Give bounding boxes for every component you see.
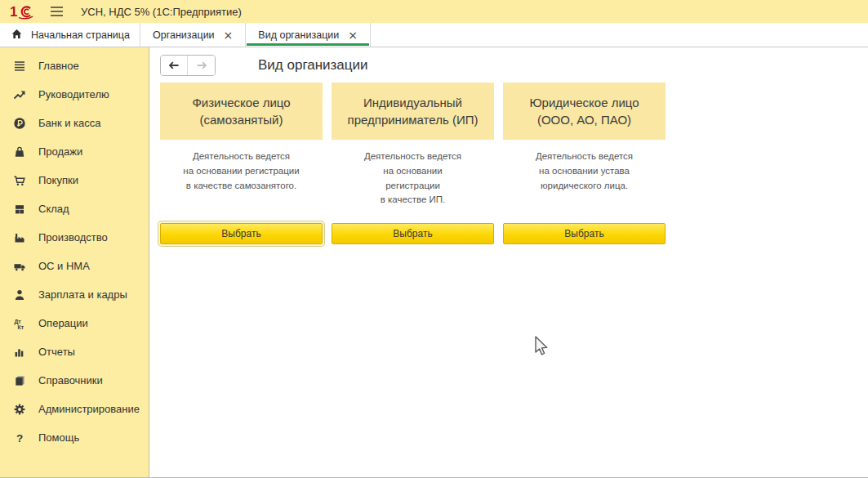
card-header: Юридическое лицо (ООО, АО, ПАО) [503,83,665,140]
gear-icon [12,402,27,417]
person-icon [12,288,27,302]
sidebar-item-label: Справочники [38,374,103,386]
arrow-right-icon [195,59,208,72]
history-nav-group [160,55,216,76]
tab-home-page[interactable]: Начальная страница [0,23,140,47]
sidebar-item-label: ОС и НМА [38,260,90,272]
sidebar-item-rukovoditelyu[interactable]: Руководителю [0,80,149,109]
card-header: Физическое лицо (самозанятый) [160,83,323,140]
boxes-icon [12,202,27,217]
sidebar-item-label: Помощь [38,431,79,444]
trend-up-icon [12,87,27,102]
sidebar-item-label: Продажи [38,145,82,158]
factory-icon [12,230,27,245]
close-icon[interactable]: × [348,29,358,41]
sidebar-item-prodazhi[interactable]: Продажи [0,137,149,166]
page-title: Вид организации [258,57,368,74]
sidebar-item-label: Операции [38,317,88,329]
tab-vid-organizacii[interactable]: Вид организации × [246,23,371,47]
sidebar-item-label: Склад [38,203,69,215]
title-bar: 1 УСН, НДС 5% (1С:Предприятие) [0,0,868,23]
card-header: Индивидуальный предприниматель (ИП) [332,83,494,140]
sidebar-item-spravochniki[interactable]: Справочники [0,366,149,395]
active-tab-underline [247,43,369,46]
sidebar-item-zarplata-i-kadry[interactable]: Зарплата и кадры [0,280,149,309]
sidebar-item-operacii[interactable]: Дт Кт Операции [0,309,149,337]
card-description: Деятельность ведется на основании устава… [503,150,665,223]
home-icon [11,28,23,42]
svg-text:Кт: Кт [18,324,24,329]
tab-organizacii[interactable]: Организации × [140,23,246,47]
organization-type-cards: Физическое лицо (самозанятый) Деятельнос… [160,83,868,244]
books-icon [12,373,27,388]
close-icon[interactable]: × [224,29,234,41]
menu-lines-icon [12,59,27,74]
sidebar-item-label: Руководителю [38,88,109,101]
window-title: УСН, НДС 5% (1С:Предприятие) [81,6,242,18]
ruble-circle-icon [12,116,27,131]
tab-label: Вид организации [258,29,339,41]
sidebar-item-sklad[interactable]: Склад [0,194,149,223]
debit-credit-icon: Дт Кт [12,316,27,331]
card-yuridicheskoe-lico: Юридическое лицо (ООО, АО, ПАО) Деятельн… [503,83,665,244]
sidebar-item-os-i-nma[interactable]: ОС и НМА [0,252,149,280]
main-menu-icon[interactable] [49,5,65,18]
sidebar-item-pomosch[interactable]: ? Помощь [0,423,149,452]
sidebar-item-administrirovanie[interactable]: Администрирование [0,395,149,423]
shopping-bag-icon [12,145,27,159]
1c-logo-icon: 1 [10,3,34,20]
app-window: 1 УСН, НДС 5% (1С:Предприятие) Начальная [0,0,868,478]
sidebar-item-bank-i-kassa[interactable]: Банк и касса [0,109,149,137]
sidebar-item-label: Покупки [38,174,78,186]
sidebar-item-label: Банк и касса [38,117,101,129]
sidebar-item-glavnoe[interactable]: Главное [0,51,149,80]
sidebar-item-label: Производство [38,231,108,243]
main-content: Вид организации Физическое лицо (самозан… [149,47,868,477]
svg-text:1: 1 [10,4,17,20]
card-description: Деятельность ведется на основании регист… [160,150,323,223]
sidebar-item-label: Зарплата и кадры [38,288,127,301]
select-button-fizicheskoe-lico[interactable]: Выбрать [160,223,323,244]
sidebar-item-proizvodstvo[interactable]: Производство [0,223,149,252]
shopping-cart-icon [12,173,27,188]
bar-chart-icon [12,345,27,360]
sidebar-item-label: Администрирование [38,403,140,415]
sidebar-item-label: Главное [38,60,79,72]
svg-text:?: ? [16,432,23,444]
tab-label: Организации [153,29,215,41]
card-description: Деятельность ведется на основании регист… [332,150,494,223]
card-fizicheskoe-lico: Физическое лицо (самозанятый) Деятельнос… [160,83,323,244]
sidebar-item-label: Отчеты [38,346,75,358]
tab-bar: Начальная страница Организации × Вид орг… [0,23,868,47]
arrow-left-icon [167,59,180,72]
card-individualny-predprinimatel: Индивидуальный предприниматель (ИП) Деят… [332,83,494,244]
tab-home-label: Начальная страница [31,29,130,41]
sidebar-item-pokupki[interactable]: Покупки [0,166,149,194]
back-button[interactable] [161,56,188,75]
select-button-ip[interactable]: Выбрать [332,223,494,244]
truck-icon [12,259,27,274]
section-sidebar: Главное Руководителю [0,47,149,477]
question-icon: ? [12,431,27,445]
sidebar-item-otchety[interactable]: Отчеты [0,337,149,366]
select-button-yuridicheskoe-lico[interactable]: Выбрать [503,223,665,244]
forward-button[interactable] [188,56,215,75]
